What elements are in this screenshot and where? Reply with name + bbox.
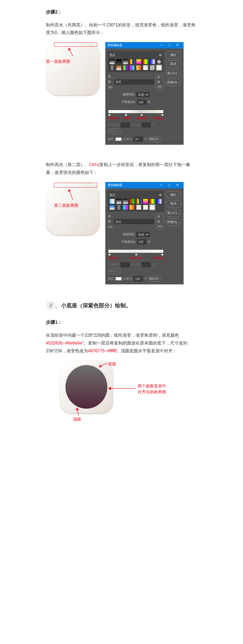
swatch[interactable] [156,59,162,64]
swatch[interactable] [150,199,155,204]
name-input[interactable] [114,80,154,84]
save-button[interactable]: 存储(S)... [166,218,181,226]
minimize-icon[interactable]: — [157,42,165,49]
pct3: % [144,276,146,281]
type-select[interactable]: 实底 [136,92,149,97]
swatch [156,205,162,210]
maximize-icon[interactable]: □ [165,42,173,49]
loc2-input[interactable] [134,137,143,142]
swatch[interactable] [123,65,128,70]
smooth-input[interactable] [137,239,146,244]
opacity-input [121,262,130,267]
swatch[interactable] [143,65,148,70]
ann-bottom-circle: 底圆 [108,360,116,367]
opacity-label: 不透明度: [108,123,120,128]
close-icon[interactable]: ✕ [173,182,181,188]
gedit-title-text: 渐变编辑器 [107,182,122,188]
swatch[interactable] [116,59,122,64]
arrow-icon [76,407,84,416]
gradient-editor: 渐变编辑器 — □ ✕ 预设 ✿. [105,42,184,145]
swatch[interactable] [123,59,128,64]
swatch[interactable] [150,205,155,210]
new-button[interactable]: 新建(W) [156,214,164,229]
gear-icon[interactable]: ✿. [159,192,162,198]
delete-button[interactable]: 删除(D) [147,276,160,282]
swatch[interactable] [109,205,115,210]
loc2-label: 位置(C): [123,137,133,142]
swatch[interactable] [123,205,128,210]
swatch[interactable] [150,65,155,70]
maximize-icon[interactable]: □ [165,182,173,188]
gradient-bar-area[interactable]: #f3f3e9 #ffffff #d8d8d2 #f7f5eb [108,107,164,117]
delete-button-dim: 删除(D) [108,268,121,274]
loc2-input[interactable] [134,276,143,281]
smooth-label: 平滑度(M): [122,99,136,105]
swatch[interactable] [156,199,162,204]
presets-panel: 预设 ✿. [108,191,164,212]
stop-b1: #ebebeb [130,256,142,261]
swatch[interactable] [143,199,148,204]
name-label: 名称(N): [108,213,113,229]
step1-title: 步骤1： [46,318,197,327]
loc-input [141,123,151,128]
color-swatch[interactable] [115,277,122,281]
swatch[interactable] [109,199,115,204]
name-input[interactable] [114,219,154,224]
swatch[interactable] [143,59,148,64]
presets-grid[interactable] [109,199,162,210]
gear-icon[interactable]: ✿. [159,53,162,58]
minimize-icon[interactable]: — [157,182,165,188]
cancel-button[interactable]: 取消 [166,60,181,68]
swatch[interactable] [129,199,135,204]
circle-figure: 底圆 顶圆 两个圆垂直居中 对齐后的效果图 [46,360,197,436]
swatch[interactable] [109,59,115,64]
color-label: 颜色: [108,137,114,142]
step2-desc-a: 制作高光（共两层）。绘制一个230*1的矩形，填充渐变色，线性渐变，渐变角度为0… [46,21,197,37]
swatch[interactable] [129,205,135,210]
swatch[interactable] [123,199,128,204]
swatch[interactable] [116,199,122,204]
load-button[interactable]: 载入(L)... [166,209,181,217]
gradient-editor: 渐变编辑器 — □ ✕ 预设 ✿. [105,182,184,285]
load-button[interactable]: 载入(L)... [166,70,181,77]
delete-button[interactable]: 删除(D) [147,136,160,142]
cancel-button[interactable]: 取消 [166,200,181,208]
svg-marker-9 [108,387,111,390]
gradient-bar[interactable] [108,249,164,253]
color-swatch[interactable] [115,137,122,141]
gradient-bar-area[interactable]: #f3f3e9 #ebebeb #f7f5eb [108,247,164,256]
new-button[interactable]: 新建(W) [156,74,164,90]
type-select[interactable]: 实底 [136,232,149,237]
stop-a2: #d8d8d2 [136,116,148,121]
pct2: % [131,123,133,128]
ann-layer2: 第二层效果图 [54,202,78,209]
swatch[interactable] [129,59,135,64]
swatch[interactable] [109,65,115,70]
ok-button[interactable]: 确定 [166,191,181,199]
swatch[interactable] [116,205,122,210]
swatch[interactable] [136,65,141,70]
swatch[interactable] [143,205,148,210]
swatch[interactable] [150,59,155,64]
swatch[interactable] [129,65,135,70]
gedit-titlebar: 渐变编辑器 — □ ✕ [105,182,184,188]
swatch[interactable] [136,199,141,204]
close-icon[interactable]: ✕ [173,42,181,49]
stop-a3: #f7f5eb [153,116,164,121]
opacity-label: 不透明度: [108,262,120,267]
swatch[interactable] [136,59,141,64]
swatch[interactable] [156,65,162,70]
loc-label: 位置: [134,262,141,267]
presets-panel: 预设 ✿. [108,51,164,72]
stop-a0: #f3f3e9 [108,116,118,121]
gradient-bar[interactable] [108,110,164,113]
swatch[interactable] [116,65,122,70]
save-button[interactable]: 存储(S)... [166,79,181,86]
ok-button[interactable]: 确定 [166,51,181,59]
swatch[interactable] [136,205,141,210]
smooth-input[interactable] [137,100,146,105]
type-label: 渐变类型: [122,92,135,97]
presets-grid[interactable] [109,59,162,70]
opacity-input [121,123,130,128]
loc2-label: 位置(C): [123,276,133,281]
